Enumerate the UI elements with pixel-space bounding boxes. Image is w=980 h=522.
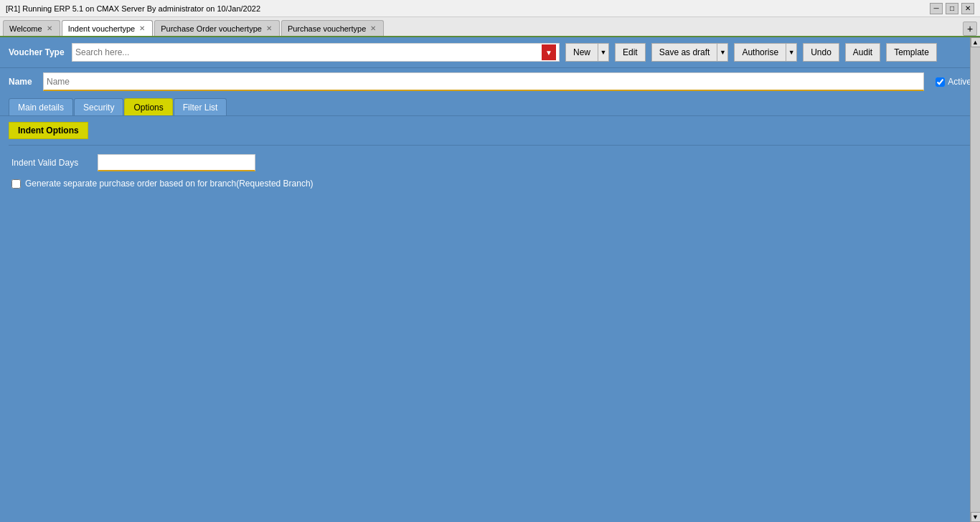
close-button[interactable]: ✕ — [961, 3, 974, 14]
active-checkbox[interactable] — [936, 77, 945, 87]
active-container: Active — [936, 77, 971, 87]
subtab-bar: Main details Security Options Filter Lis… — [0, 95, 980, 116]
name-input[interactable] — [43, 72, 924, 91]
generate-separate-row: Generate separate purchase order based o… — [9, 179, 971, 189]
name-row: Name Active — [0, 68, 980, 95]
generate-separate-label: Generate separate purchase order based o… — [25, 179, 314, 189]
undo-button[interactable]: Undo — [803, 43, 839, 62]
search-input[interactable] — [75, 47, 542, 57]
authorise-button[interactable]: Authorise — [734, 43, 786, 62]
save-as-draft-button[interactable]: Save as draft — [651, 43, 717, 62]
tab-po-close[interactable]: ✕ — [265, 24, 273, 32]
title-bar: [R1] Running ERP 5.1 on CMAX Server By a… — [0, 0, 980, 17]
indent-options-label: Indent Options — [18, 125, 79, 136]
authorise-dropdown-button[interactable]: ▼ — [786, 43, 797, 62]
main-area: Voucher Type ▼ New ▼ Edit Save as draft … — [0, 37, 980, 522]
indent-valid-days-input[interactable] — [98, 154, 255, 171]
window-controls: ─ □ ✕ — [930, 3, 974, 14]
active-label: Active — [948, 77, 971, 87]
tab-security-label: Security — [83, 103, 114, 113]
name-label: Name — [9, 77, 37, 87]
template-button[interactable]: Template — [886, 43, 937, 62]
tab-pv-label: Purchase vouchertype — [288, 24, 366, 33]
tab-main-details-label: Main details — [18, 103, 64, 113]
restore-button[interactable]: □ — [946, 3, 958, 14]
generate-separate-checkbox[interactable] — [11, 179, 21, 189]
save-as-draft-dropdown[interactable]: ▼ — [717, 43, 728, 62]
audit-button[interactable]: Audit — [845, 43, 880, 62]
minimize-button[interactable]: ─ — [930, 3, 943, 14]
content-area: Indent Options Indent Valid Days Generat… — [0, 116, 980, 522]
tab-welcome-label: Welcome — [9, 24, 42, 33]
tab-bar: Welcome ✕ Indent vouchertype ✕ Purchase … — [0, 17, 980, 37]
tab-security[interactable]: Security — [74, 98, 123, 115]
toolbar: Voucher Type ▼ New ▼ Edit Save as draft … — [0, 37, 980, 68]
indent-valid-days-label: Indent Valid Days — [11, 158, 98, 168]
title-text: [R1] Running ERP 5.1 on CMAX Server By a… — [6, 4, 260, 13]
authorise-button-group: Authorise ▼ — [734, 43, 797, 62]
tab-indent-close[interactable]: ✕ — [138, 24, 146, 32]
voucher-type-label: Voucher Type — [9, 47, 66, 57]
tab-indent-vouchertype[interactable]: Indent vouchertype ✕ — [62, 20, 154, 36]
indent-valid-days-row: Indent Valid Days — [9, 154, 971, 171]
save-as-draft-group: Save as draft ▼ — [651, 43, 729, 62]
search-container: ▼ — [72, 43, 560, 62]
add-tab-button[interactable]: + — [963, 22, 977, 36]
section-divider — [9, 145, 971, 146]
scroll-down-button[interactable]: ▼ — [971, 512, 981, 522]
scroll-up-button[interactable]: ▲ — [971, 37, 981, 47]
indent-options-box: Indent Options — [9, 122, 88, 139]
tab-po-label: Purchase Order vouchertype — [161, 24, 262, 33]
tab-options-label: Options — [133, 103, 163, 113]
tab-welcome[interactable]: Welcome ✕ — [3, 20, 60, 36]
tab-pv-close[interactable]: ✕ — [369, 24, 377, 32]
tab-options[interactable]: Options — [124, 98, 172, 115]
tab-filter-list[interactable]: Filter List — [174, 98, 227, 115]
new-button[interactable]: New — [565, 43, 598, 62]
tab-filter-list-label: Filter List — [183, 103, 218, 113]
tab-purchase-order-vouchertype[interactable]: Purchase Order vouchertype ✕ — [154, 20, 280, 36]
scrollbar-right: ▲ ▼ — [970, 37, 980, 522]
tab-indent-label: Indent vouchertype — [68, 24, 136, 33]
search-dropdown-button[interactable]: ▼ — [542, 44, 556, 60]
tab-welcome-close[interactable]: ✕ — [45, 24, 54, 32]
tab-main-details[interactable]: Main details — [9, 98, 73, 115]
tab-purchase-vouchertype[interactable]: Purchase vouchertype ✕ — [281, 20, 384, 36]
edit-button[interactable]: Edit — [615, 43, 646, 62]
new-button-group: New ▼ — [565, 43, 609, 62]
new-dropdown-button[interactable]: ▼ — [598, 43, 609, 62]
